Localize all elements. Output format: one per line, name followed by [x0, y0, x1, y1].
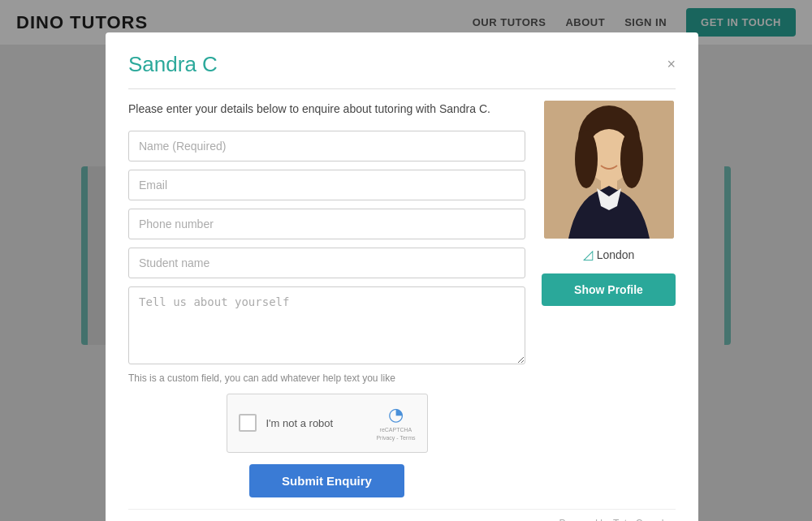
profile-image-svg: [544, 101, 674, 239]
recaptcha-logo: ◔ reCAPTCHA Privacy - Terms: [376, 404, 415, 442]
modal-header: Sandra C ×: [128, 52, 676, 89]
modal-body: Please enter your details below to enqui…: [128, 101, 676, 497]
svg-point-3: [575, 130, 598, 188]
phone-input[interactable]: [128, 209, 525, 239]
recaptcha-terms-text: Privacy - Terms: [376, 435, 415, 441]
modal-title: Sandra C: [128, 52, 218, 77]
show-profile-button[interactable]: Show Profile: [542, 273, 676, 306]
student-name-input[interactable]: [128, 248, 525, 278]
location-text: London: [597, 248, 635, 261]
recaptcha-label: I'm not a robot: [266, 417, 367, 429]
email-input[interactable]: [128, 170, 525, 200]
svg-point-4: [620, 130, 643, 188]
recaptcha-wrapper: I'm not a robot ◔ reCAPTCHA Privacy - Te…: [128, 394, 525, 453]
profile-photo: [544, 101, 674, 239]
profile-location: ◿ London: [583, 247, 635, 262]
modal-footer: Powered by TutorCruncher: [128, 509, 676, 521]
recaptcha-checkbox[interactable]: [239, 414, 257, 432]
submit-enquiry-button[interactable]: Submit Enquiry: [249, 464, 404, 497]
modal-description: Please enter your details below to enqui…: [128, 101, 525, 118]
message-textarea[interactable]: [128, 286, 525, 364]
name-input[interactable]: [128, 131, 525, 161]
location-icon: ◿: [583, 247, 593, 262]
modal-form-side: Please enter your details below to enqui…: [128, 101, 525, 497]
enquiry-modal: Sandra C × Please enter your details bel…: [106, 32, 698, 521]
recaptcha-brand-text: reCAPTCHA: [380, 427, 412, 433]
modal-close-button[interactable]: ×: [667, 56, 676, 73]
field-help-text: This is a custom field, you can add what…: [128, 372, 525, 384]
recaptcha-box[interactable]: I'm not a robot ◔ reCAPTCHA Privacy - Te…: [227, 394, 428, 453]
modal-profile-side: ◿ London Show Profile: [542, 101, 676, 497]
recaptcha-icon: ◔: [388, 404, 404, 425]
